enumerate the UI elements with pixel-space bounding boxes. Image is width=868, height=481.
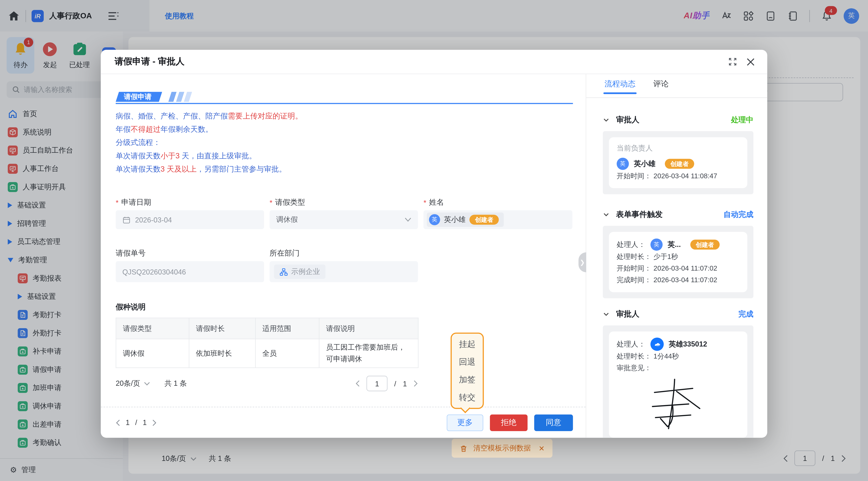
chevron-down-icon bbox=[405, 218, 411, 222]
field-leave-no: 请假单号 QJSQ20260304046 bbox=[116, 248, 264, 282]
flow-info-row: 完成时间：2026-03-04 11:07:02 bbox=[617, 275, 740, 286]
org-icon bbox=[280, 268, 288, 276]
record-pager: 1 / 1 bbox=[116, 418, 157, 426]
flow-info-row: 开始时间：2026-03-04 11:07:02 bbox=[617, 263, 740, 275]
apply-date-label: 申请日期 bbox=[116, 197, 264, 208]
flow-section-header[interactable]: 表单事件触发自动完成 bbox=[603, 207, 753, 222]
creator-badge: 创建者 bbox=[690, 239, 720, 250]
flow-section-header[interactable]: 审批人完成 bbox=[603, 307, 753, 322]
flow-node-status: 处理中 bbox=[731, 115, 753, 125]
flow-panel: ❯ 流程动态评论 审批人处理中当前负责人英英小雄创建者开始时间：2026-03-… bbox=[586, 74, 767, 438]
leave-no-input: QJSQ20260304046 bbox=[116, 261, 264, 282]
table-total-count: 共 1 条 bbox=[164, 379, 187, 388]
more-menu-item-加签[interactable]: 加签 bbox=[452, 371, 483, 388]
prev-record-icon[interactable] bbox=[116, 419, 120, 426]
table-cell: 全员 bbox=[255, 339, 319, 368]
table-cell: 调休假 bbox=[116, 339, 189, 368]
table-cell: 依加班时长 bbox=[189, 339, 255, 368]
department-input[interactable]: 示例企业 bbox=[270, 261, 418, 282]
avatar: 英 bbox=[429, 214, 440, 225]
notice-line: 分级式流程： bbox=[116, 136, 573, 149]
ribbon-label: 请假申请 bbox=[124, 92, 152, 102]
table-row: 调休假依加班时长全员员工因工作需要加班后，可申请调休 bbox=[116, 339, 418, 368]
notice-line: 病假、婚假、产检、产假、陪产假需要上传对应的证明。 bbox=[116, 110, 573, 123]
table-total-pages: 1 bbox=[403, 379, 407, 388]
approval-signature bbox=[631, 376, 740, 432]
flow-node-status: 自动完成 bbox=[723, 210, 753, 220]
approve-button[interactable]: 同意 bbox=[534, 414, 573, 431]
table-current-page-input[interactable]: 1 bbox=[367, 376, 388, 391]
modal-title: 请假申请 - 审批人 bbox=[115, 56, 184, 67]
calendar-icon bbox=[122, 216, 131, 224]
field-leave-type: 请假类型 调休假 bbox=[270, 197, 418, 229]
flow-node-title: 表单事件触发 bbox=[616, 210, 663, 220]
chevron-down-icon bbox=[603, 311, 610, 318]
leave-no-label: 请假单号 bbox=[116, 248, 264, 259]
record-total: 1 bbox=[143, 418, 147, 426]
record-separator: / bbox=[135, 418, 137, 426]
table-header: 请假时长 bbox=[189, 318, 255, 339]
next-record-icon[interactable] bbox=[152, 419, 157, 426]
trash-icon bbox=[460, 444, 468, 452]
flow-card-container: 当前负责人英英小雄创建者开始时间：2026-03-04 11:08:47 bbox=[603, 131, 753, 194]
handler-row: 处理人：英英...创建者 bbox=[617, 238, 740, 251]
flow-card-container: 处理人：英英...创建者处理时长：少于1秒开始时间：2026-03-04 11:… bbox=[603, 226, 753, 298]
modal-header: 请假申请 - 审批人 bbox=[101, 50, 767, 74]
table-pagination: 20条/页 共 1 条 1 / 1 bbox=[116, 376, 418, 391]
leave-type-label: 请假类型 bbox=[270, 197, 418, 208]
flow-info-row: 审批意见： bbox=[617, 362, 740, 374]
handler-row: 英英小雄创建者 bbox=[617, 157, 740, 170]
flow-node-title: 审批人 bbox=[616, 115, 639, 125]
more-button[interactable]: 更多 bbox=[447, 414, 483, 431]
clear-template-data-toast[interactable]: 清空模板示例数据 ✕ bbox=[452, 439, 552, 457]
leave-notices: 病假、婚假、产检、产假、陪产假需要上传对应的证明。年假不得超过年假剩余天数。分级… bbox=[116, 110, 573, 176]
close-icon[interactable] bbox=[746, 57, 755, 66]
flow-card-container: 处理人：英雄335012处理时长：1分44秒审批意见： bbox=[603, 325, 753, 438]
field-name: 姓名 英 英小雄 创建者 bbox=[424, 197, 572, 229]
table-header: 请假类型 bbox=[116, 318, 189, 339]
next-page-icon[interactable] bbox=[413, 380, 418, 387]
handler-label: 处理人： bbox=[617, 239, 646, 250]
handler-name: 英雄335012 bbox=[669, 339, 707, 349]
flow-tabs: 流程动态评论 bbox=[586, 74, 767, 98]
table-cell: 员工因工作需要加班后，可申请调休 bbox=[319, 339, 418, 368]
flow-info-row: 处理时长：1分44秒 bbox=[617, 351, 740, 362]
table-header: 请假说明 bbox=[319, 318, 418, 339]
leave-approval-modal: 请假申请 - 审批人 请假申请 bbox=[101, 50, 767, 438]
apply-date-input[interactable]: 2026-03-04 bbox=[116, 210, 264, 229]
department-name: 示例企业 bbox=[291, 267, 320, 277]
name-input[interactable]: 英 英小雄 创建者 bbox=[424, 210, 572, 229]
tab-评论[interactable]: 评论 bbox=[653, 79, 669, 94]
field-apply-date: 申请日期 2026-03-04 bbox=[116, 197, 264, 229]
current-owner-label: 当前负责人 bbox=[617, 143, 740, 154]
prev-page-icon[interactable] bbox=[355, 380, 360, 387]
notice-line: 年假不得超过年假剩余天数。 bbox=[116, 123, 573, 136]
reject-button[interactable]: 拒绝 bbox=[490, 414, 528, 431]
flow-info-row: 处理时长：少于1秒 bbox=[617, 251, 740, 263]
more-menu-item-回退[interactable]: 回退 bbox=[452, 353, 483, 371]
more-menu-item-挂起[interactable]: 挂起 bbox=[452, 335, 483, 353]
form-ribbon: 请假申请 bbox=[116, 92, 573, 102]
flow-section-header[interactable]: 审批人处理中 bbox=[603, 113, 753, 127]
avatar: 英 bbox=[650, 238, 663, 251]
chevron-down-icon bbox=[603, 211, 610, 218]
handler-row: 处理人：英雄335012 bbox=[617, 338, 740, 351]
tab-流程动态[interactable]: 流程动态 bbox=[604, 79, 636, 94]
flow-node-title: 审批人 bbox=[616, 309, 639, 319]
table-page-size-select[interactable]: 20条/页 bbox=[116, 379, 150, 388]
avatar: 英 bbox=[617, 158, 629, 170]
record-current: 1 bbox=[126, 418, 130, 426]
more-menu-item-转交[interactable]: 转交 bbox=[452, 388, 483, 406]
leave-kind-table: 请假类型请假时长适用范围请假说明 调休假依加班时长全员员工因工作需要加班后，可申… bbox=[116, 318, 418, 368]
more-actions-menu: 挂起回退加签转交 bbox=[451, 332, 484, 409]
department-label: 所在部门 bbox=[270, 248, 418, 259]
creator-badge: 创建者 bbox=[665, 159, 694, 169]
toast-label: 清空模板示例数据 bbox=[473, 443, 531, 453]
toast-close-icon[interactable]: ✕ bbox=[538, 444, 545, 452]
chevron-down-icon bbox=[144, 382, 150, 386]
fullscreen-icon[interactable] bbox=[728, 57, 737, 66]
flow-card: 处理人：英雄335012处理时长：1分44秒审批意见： bbox=[609, 331, 747, 438]
page-separator: / bbox=[394, 379, 396, 388]
handler-label: 处理人： bbox=[617, 339, 646, 349]
leave-type-select[interactable]: 调休假 bbox=[270, 210, 418, 229]
